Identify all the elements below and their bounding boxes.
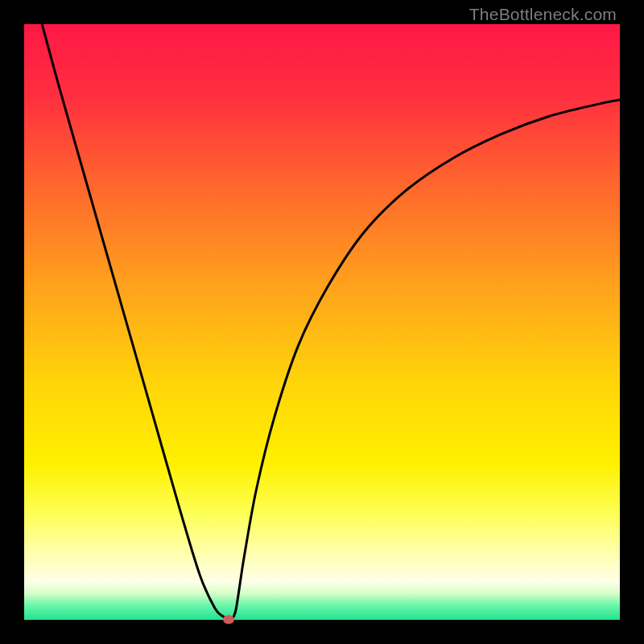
- bottleneck-curve: [42, 24, 620, 619]
- curve-layer: [24, 24, 620, 620]
- watermark-text: TheBottleneck.com: [469, 5, 617, 24]
- plot-area: [24, 24, 620, 620]
- plot-frame: [24, 24, 620, 620]
- minimum-marker: [223, 615, 234, 624]
